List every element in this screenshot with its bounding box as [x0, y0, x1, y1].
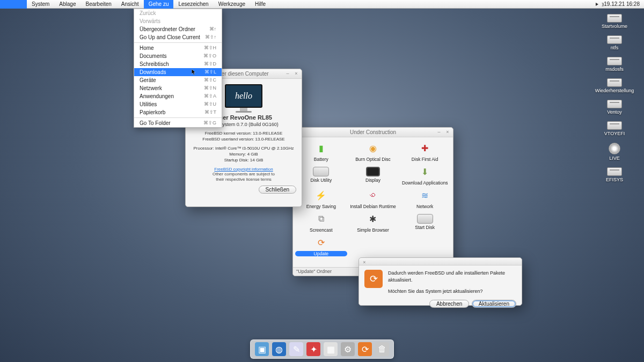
app-label: Network	[399, 204, 451, 209]
cursor-icon	[192, 68, 196, 75]
sound-icon[interactable]	[596, 3, 598, 6]
drive-icon	[607, 14, 622, 23]
desktop-wiederherstellung[interactable]: Wiederherstellung	[595, 78, 634, 93]
app-label: Burn Optical Disc	[347, 157, 399, 162]
menubar-tray: 19.12.21 16:28	[596, 1, 644, 7]
drive-icon	[607, 121, 622, 130]
desktop-label: Ventoy	[607, 109, 622, 115]
menu-item-downloads[interactable]: Downloads⌘⇧L	[134, 68, 222, 76]
about-memory: Memory: 4 GiB	[191, 151, 296, 157]
drive-icon	[607, 100, 622, 108]
app-burn-optical-disc[interactable]: ◉Burn Optical Disc	[347, 141, 399, 162]
drive-icon	[607, 57, 622, 65]
desktop-startvolume[interactable]: Startvolume	[602, 14, 627, 29]
desktop-efisys[interactable]: EFISYS	[606, 167, 623, 182]
close-icon[interactable]: ×	[444, 129, 451, 135]
under-construction-window: Under Construction –× ▮Battery◉Burn Opti…	[292, 127, 453, 276]
drive-icon	[607, 167, 622, 176]
menubar: SystemAblageBearbeitenAnsichtGehe zuLese…	[0, 0, 644, 9]
download-icon: ⬇	[418, 164, 433, 179]
dialog-titlebar[interactable]: ×	[359, 258, 522, 265]
app-screencast[interactable]: ⧉Screencast	[295, 211, 347, 233]
dock-editor[interactable]: ✎	[289, 342, 303, 356]
battery-icon: ▮	[313, 141, 328, 156]
menu-item-schreibtisch[interactable]: Schreibtisch⌘⇧D	[134, 60, 222, 68]
disc-icon	[609, 143, 620, 154]
menu-item-home[interactable]: Home⌘⇧H	[134, 44, 222, 52]
menu-item--bergeordneter-ordner[interactable]: Übergeordneter Ordner⌘↑	[134, 25, 222, 33]
about-other1: Other components are subject to	[191, 172, 296, 177]
app-label: Battery	[295, 157, 347, 162]
app-network[interactable]: ≋Network	[399, 188, 451, 209]
dock-update[interactable]: ⟳	[358, 342, 372, 356]
menu-item-utilities[interactable]: Utilities⌘⇧U	[134, 100, 222, 108]
dock-tool[interactable]: ✦	[306, 342, 320, 356]
cancel-button[interactable]: Abbrechen	[429, 300, 469, 308]
menu-item-go-to-folder[interactable]: Go To Folder⌘⇧G	[134, 119, 222, 127]
close-icon[interactable]: ×	[361, 259, 368, 265]
menu-item-documents[interactable]: Documents⌘⇧O	[134, 52, 222, 60]
close-button[interactable]: Schließen	[259, 186, 296, 194]
app-energy-saving[interactable]: ⚡Energy Saving	[295, 188, 347, 209]
dock-media[interactable]: ▦	[324, 342, 338, 356]
dock-trash[interactable]: 🗑	[375, 342, 389, 356]
menu-item-go-up-and-close-current[interactable]: Go Up and Close Current⌘⇧↑	[134, 33, 222, 41]
app-install-debian-runtime[interactable]: ꩜Install Debian Runtime	[347, 188, 399, 209]
uc-title: Under Construction	[350, 129, 396, 135]
menu-item-anwendungen[interactable]: Anwendungen⌘⇧A	[134, 92, 222, 100]
desktop-ventoy[interactable]: Ventoy	[607, 100, 622, 115]
menu-lesezeichen[interactable]: Lesezeichen	[173, 0, 213, 9]
browser-icon: ✱	[365, 211, 380, 226]
update-dialog: × ⟳ Dadurch werden FreeBSD und alle inst…	[358, 257, 522, 306]
display-icon	[366, 167, 380, 176]
update-button[interactable]: Aktualisieren	[472, 300, 516, 308]
app-label: Simple Browser	[347, 227, 399, 233]
app-disk-utility[interactable]: Disk Utility	[295, 164, 347, 186]
menu-item-vorw-rts: Vorwärts	[134, 17, 222, 25]
about-userland: FreeBSD userland version: 13.0-RELEASE	[191, 136, 296, 142]
uc-titlebar[interactable]: Under Construction –×	[293, 128, 453, 137]
app-display[interactable]: Display	[347, 164, 399, 186]
energy-icon: ⚡	[313, 188, 328, 203]
debian-icon: ꩜	[365, 188, 380, 203]
drive-icon	[313, 167, 329, 176]
desktop-live[interactable]: LIVE	[609, 143, 620, 161]
close-icon[interactable]: ×	[293, 70, 299, 77]
menubar-logo[interactable]	[0, 0, 27, 9]
app-simple-browser[interactable]: ✱Simple Browser	[347, 211, 399, 233]
dock-settings[interactable]: ⚙	[341, 342, 355, 356]
app-update[interactable]: ⟳Update	[295, 235, 347, 256]
menu-item-papierkorb[interactable]: Papierkorb⌘⇧T	[134, 108, 222, 116]
app-label: Download Applications	[399, 180, 451, 186]
menu-hilfe[interactable]: Hilfe	[250, 0, 270, 9]
desktop-vtoyefi[interactable]: VTOYEFI	[604, 121, 625, 136]
menu-item-netzwerk[interactable]: Netzwerk⌘⇧N	[134, 84, 222, 92]
dock: ▣◍✎✦▦⚙⟳🗑	[250, 339, 394, 359]
desktop-label: ntfs	[607, 45, 622, 50]
menu-werkzeuge[interactable]: Werkzeuge	[214, 0, 250, 9]
dock-files[interactable]: ▣	[255, 342, 269, 356]
app-label: Display	[347, 178, 399, 183]
app-disk-first-aid[interactable]: ✚Disk First Aid	[399, 141, 451, 162]
menu-ansicht[interactable]: Ansicht	[116, 0, 144, 9]
menu-gehe zu[interactable]: Gehe zu	[144, 0, 174, 9]
wifi-icon: ≋	[418, 188, 433, 203]
desktop-label: EFISYS	[606, 177, 623, 182]
app-label: Disk First Aid	[399, 157, 451, 162]
app-battery[interactable]: ▮Battery	[295, 141, 347, 162]
screencast-icon: ⧉	[313, 211, 328, 226]
menubar-clock[interactable]: 19.12.21 16:28	[604, 1, 640, 7]
menu-item-ger-te[interactable]: Geräte⌘⇧C	[134, 76, 222, 84]
app-start-disk[interactable]: Start Disk	[399, 211, 451, 233]
minimize-icon[interactable]: –	[436, 129, 442, 135]
freebsd-copyright-link[interactable]: FreeBSD copyright information	[214, 167, 273, 172]
drive-icon	[607, 35, 622, 44]
menu-bearbeiten[interactable]: Bearbeiten	[80, 0, 116, 9]
desktop-msdosfs[interactable]: msdosfs	[605, 57, 624, 72]
app-download-applications[interactable]: ⬇Download Applications	[399, 164, 451, 186]
dock-browser[interactable]: ◍	[272, 342, 286, 356]
menu-ablage[interactable]: Ablage	[54, 0, 80, 9]
desktop-ntfs[interactable]: ntfs	[607, 35, 622, 50]
minimize-icon[interactable]: –	[284, 70, 291, 77]
menu-system[interactable]: System	[27, 0, 54, 9]
